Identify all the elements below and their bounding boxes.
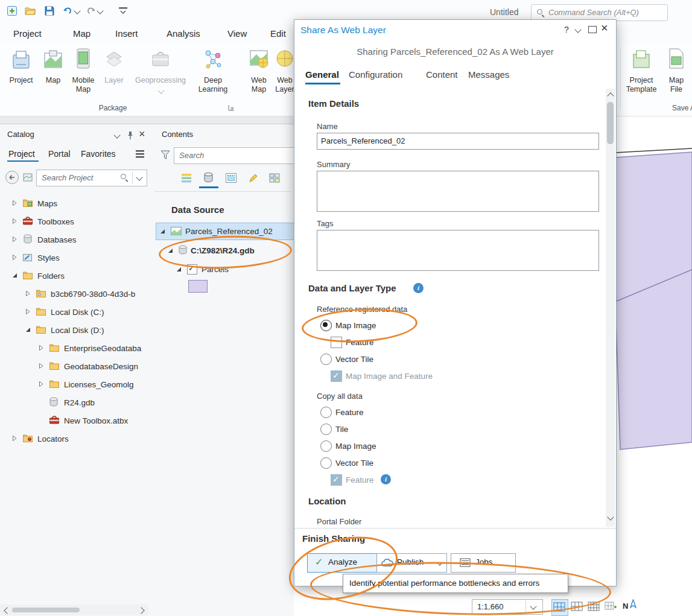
catalog-tab-favorites[interactable]: Favorites (81, 149, 116, 159)
expander-icon[interactable] (12, 218, 17, 224)
expander-icon[interactable] (176, 267, 182, 273)
editing-icon[interactable] (249, 173, 258, 185)
parcels-checkbox[interactable] (187, 264, 197, 275)
ribbon-map-file-label[interactable]: Map File (662, 76, 690, 94)
dialog-tab-general[interactable]: General (305, 69, 339, 80)
dialog-tab-content[interactable]: Content (426, 69, 458, 80)
catalog-item-folders[interactable]: Folders (0, 267, 150, 284)
catalog-item-locators[interactable]: Locators (0, 430, 150, 447)
new-project-icon[interactable] (6, 5, 18, 19)
expander-icon[interactable] (39, 381, 44, 387)
ribbon-web-map-label[interactable]: Web Map (246, 76, 272, 94)
ribbon-map-label[interactable]: Map (42, 76, 64, 85)
selection-icon[interactable] (226, 173, 236, 185)
redo-dropdown-icon[interactable] (97, 7, 103, 14)
info-icon[interactable]: i (381, 474, 391, 484)
catalog-item-toolboxes[interactable]: Toolboxes (0, 213, 150, 230)
scroll-up-icon[interactable] (607, 92, 614, 99)
scale-chevron-icon[interactable] (530, 603, 536, 609)
open-project-icon[interactable] (24, 5, 36, 19)
scroll-thumb[interactable] (12, 608, 80, 612)
scroll-left-icon[interactable] (4, 607, 10, 614)
feature-checkbox[interactable] (331, 337, 342, 348)
save-project-icon[interactable] (43, 5, 56, 19)
dialog-scrollbar[interactable] (606, 89, 615, 527)
tab-map[interactable]: Map (73, 28, 90, 39)
scroll-right-icon[interactable] (138, 607, 144, 614)
data-source-icon[interactable] (204, 172, 213, 185)
contents-search-input[interactable]: Search (174, 147, 294, 164)
gdb-row[interactable]: C:\Z982\R24.gdb (150, 243, 294, 259)
info-icon[interactable]: i (413, 283, 424, 293)
copy-tile-radio[interactable] (320, 424, 332, 435)
layer-row-selected[interactable]: Parcels_Referenced_02 (156, 223, 295, 240)
vector-tile-radio[interactable] (320, 354, 332, 365)
grid-tool-3-icon[interactable] (588, 602, 600, 613)
tab-insert[interactable]: Insert (115, 28, 138, 39)
catalog-item-maps[interactable]: Maps (0, 195, 150, 212)
map-image-radio[interactable] (320, 320, 332, 331)
jobs-button[interactable]: Jobs (451, 553, 516, 573)
copy-feature-radio[interactable] (320, 407, 332, 418)
catalog-item-styles[interactable]: Styles (0, 249, 150, 266)
drawing-order-icon[interactable] (181, 173, 192, 185)
scale-dropdown[interactable]: 1:1,660 (472, 599, 543, 615)
expander-icon[interactable] (25, 291, 31, 297)
catalog-item-licenses-geomolg[interactable]: Licenses_Geomolg (0, 376, 150, 393)
ribbon-project-label[interactable]: Project (8, 76, 34, 85)
ribbon-project-template-label[interactable]: Project Template (620, 76, 662, 94)
catalog-item-enterprisegeodata[interactable]: EnterpriseGeodataba (0, 340, 150, 357)
catalog-item-guid-folder[interactable]: b3cb6790-38d0-4d3d-b (0, 285, 150, 302)
copy-map-image-radio[interactable] (320, 440, 332, 452)
expander-icon[interactable] (12, 255, 17, 261)
undo-dropdown-icon[interactable] (74, 7, 80, 14)
catalog-chevron-down-icon[interactable] (113, 132, 120, 138)
help-icon[interactable]: ? (564, 25, 569, 34)
undo-icon[interactable] (63, 6, 73, 17)
catalog-item-databases[interactable]: Databases (0, 231, 150, 248)
catalog-search-input[interactable]: Search Project (36, 170, 147, 186)
expander-icon[interactable] (12, 436, 17, 442)
filter-icon[interactable] (160, 150, 170, 162)
expander-icon[interactable] (39, 363, 44, 369)
float-icon[interactable] (588, 26, 597, 33)
parcels-symbol-swatch[interactable] (188, 280, 208, 293)
north-arrow-icon[interactable] (630, 599, 636, 611)
expander-icon[interactable] (160, 229, 165, 235)
catalog-item-geodatabasedesign[interactable]: GeodatabaseDesign (0, 358, 150, 375)
tab-view[interactable]: View (227, 28, 247, 39)
catalog-close-icon[interactable]: × (139, 128, 145, 141)
dialog-close-icon[interactable]: × (601, 21, 608, 35)
command-search[interactable]: Command Search (Alt+Q) (531, 4, 668, 21)
home-icon[interactable] (23, 173, 33, 183)
catalog-tab-project[interactable]: Project (8, 149, 35, 159)
ribbon-deep-learning-label[interactable]: Deep Learning (194, 76, 232, 94)
catalog-item-new-toolbox[interactable]: New Toolbox.atbx (0, 412, 150, 429)
expander-icon[interactable] (25, 327, 31, 333)
publish-button[interactable]: Publish (376, 553, 436, 573)
north-label[interactable]: N (623, 602, 628, 611)
expander-icon[interactable] (12, 200, 17, 206)
expander-icon[interactable] (12, 273, 17, 279)
dialog-launcher-icon[interactable] (228, 104, 235, 113)
catalog-search-dropdown-icon[interactable] (136, 174, 142, 180)
redo-icon[interactable] (86, 6, 96, 17)
analyze-button[interactable]: ✓ Analyze (307, 553, 378, 573)
copy-vector-tile-radio[interactable] (320, 457, 332, 469)
tab-project[interactable]: Project (13, 28, 42, 39)
dialog-chevron-down-icon[interactable] (574, 26, 581, 33)
tags-input[interactable] (317, 230, 599, 271)
summary-input[interactable] (317, 171, 599, 212)
pin-icon[interactable] (127, 131, 134, 142)
expander-icon[interactable] (168, 248, 173, 254)
expander-icon[interactable] (12, 237, 17, 243)
dialog-tab-messages[interactable]: Messages (468, 69, 509, 80)
name-input[interactable]: Parcels_Referenced_02 (317, 133, 599, 150)
customize-toolbar-icon[interactable] (118, 7, 128, 17)
catalog-menu-icon[interactable] (135, 150, 145, 160)
grid-plus-icon[interactable] (605, 602, 617, 613)
expander-icon[interactable] (39, 345, 44, 351)
scroll-down-icon[interactable] (607, 513, 614, 520)
labeling-icon[interactable] (269, 173, 280, 185)
publish-dropdown[interactable] (434, 553, 447, 573)
